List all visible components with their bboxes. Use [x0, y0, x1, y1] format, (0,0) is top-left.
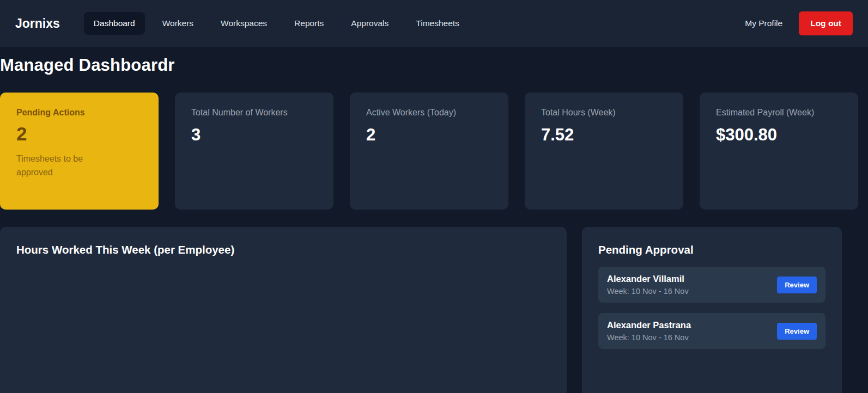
approval-week-range: Week: 10 Nov - 16 Nov — [607, 287, 689, 296]
nav-right-section: My Profile Log out — [745, 11, 853, 35]
stat-card-total-hours: Total Hours (Week) 7.52 — [525, 93, 683, 210]
nav-item-dashboard[interactable]: Dashboard — [84, 12, 145, 35]
approval-list-item: Alexander Pastrana Week: 10 Nov - 16 Nov… — [598, 313, 825, 349]
review-button[interactable]: Review — [777, 323, 817, 340]
stat-value: 2 — [366, 125, 492, 145]
approval-worker-name: Alexander Pastrana — [607, 320, 691, 330]
nav-item-timesheets[interactable]: Timesheets — [406, 12, 469, 35]
stat-card-active-workers: Active Workers (Today) 2 — [350, 93, 508, 210]
review-button[interactable]: Review — [777, 277, 817, 293]
stat-card-total-workers: Total Number of Workers 3 — [175, 93, 333, 210]
nav-item-workspaces[interactable]: Workspaces — [211, 12, 277, 35]
bottom-panels: Hours Worked This Week (per Employee) Pe… — [0, 227, 868, 393]
approval-item-text: Alexander Pastrana Week: 10 Nov - 16 Nov — [607, 320, 691, 342]
approval-item-text: Alexander Villamil Week: 10 Nov - 16 Nov — [607, 274, 689, 296]
nav-item-approvals[interactable]: Approvals — [341, 12, 398, 35]
stat-value: 3 — [191, 125, 317, 145]
stat-label: Total Number of Workers — [191, 108, 317, 118]
approval-week-range: Week: 10 Nov - 16 Nov — [607, 333, 691, 342]
pending-approval-panel: Pending Approval Alexander Villamil Week… — [582, 227, 842, 393]
approval-worker-name: Alexander Villamil — [607, 274, 689, 284]
stat-card-pending-actions: Pending Actions 2 Timesheets to be appro… — [0, 93, 159, 210]
stat-value: 7.52 — [541, 125, 667, 145]
logout-button[interactable]: Log out — [799, 11, 853, 35]
stat-value: $300.80 — [716, 125, 842, 145]
stat-label: Active Workers (Today) — [366, 108, 492, 118]
stat-card-estimated-payroll: Estimated Payroll (Week) $300.80 — [700, 93, 858, 210]
top-navbar: Jornixs Dashboard Workers Workspaces Rep… — [0, 0, 868, 47]
main-content: Managed Dashboardr Pending Actions 2 Tim… — [0, 56, 868, 393]
stat-label: Estimated Payroll (Week) — [716, 108, 842, 118]
stat-subtext: Timesheets to be approved — [16, 152, 104, 180]
stat-label: Total Hours (Week) — [541, 108, 667, 118]
brand-logo[interactable]: Jornixs — [15, 16, 60, 31]
stats-row: Pending Actions 2 Timesheets to be appro… — [0, 93, 868, 210]
hours-worked-chart-panel: Hours Worked This Week (per Employee) — [0, 227, 567, 393]
page-title: Managed Dashboardr — [0, 56, 868, 75]
nav-item-workers[interactable]: Workers — [153, 12, 203, 35]
approval-list-item: Alexander Villamil Week: 10 Nov - 16 Nov… — [598, 267, 825, 303]
stat-value: 2 — [16, 123, 142, 145]
stat-label: Pending Actions — [16, 108, 142, 118]
nav-menu: Dashboard Workers Workspaces Reports App… — [84, 12, 745, 35]
chart-panel-title: Hours Worked This Week (per Employee) — [16, 243, 550, 256]
my-profile-link[interactable]: My Profile — [745, 19, 782, 28]
nav-item-reports[interactable]: Reports — [284, 12, 333, 35]
approvals-panel-title: Pending Approval — [598, 243, 825, 256]
